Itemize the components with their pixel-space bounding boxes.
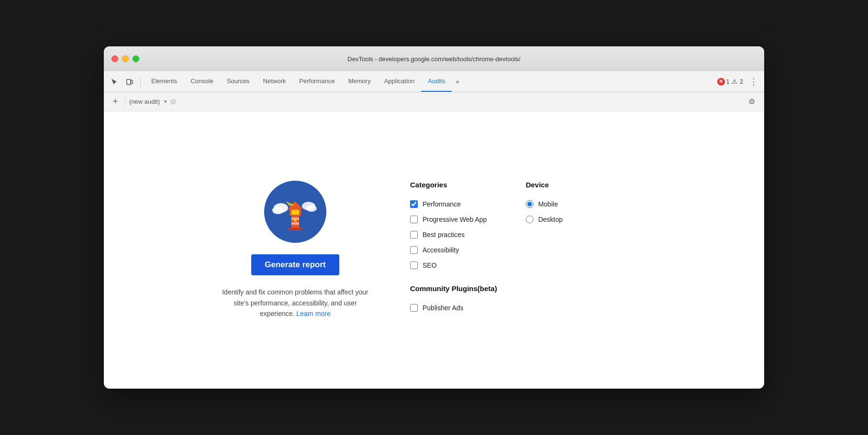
maximize-button[interactable]	[133, 55, 139, 62]
plugin-publisher-ads-label[interactable]: Publisher Ads	[423, 304, 464, 312]
svg-rect-8	[291, 222, 299, 225]
device-mobile-label[interactable]: Mobile	[538, 200, 558, 208]
svg-rect-0	[127, 79, 131, 85]
categories-title: Categories	[410, 181, 497, 189]
category-accessibility-row: Accessibility	[410, 242, 497, 258]
tab-performance[interactable]: Performance	[292, 71, 341, 92]
error-badge: ✕ 1 ⚠ 2	[717, 78, 743, 86]
audit-clear-button[interactable]: ⊘	[167, 96, 178, 108]
device-desktop-radio[interactable]	[526, 216, 534, 223]
tab-sources[interactable]: Sources	[220, 71, 256, 92]
audit-settings-button[interactable]: ⚙	[745, 95, 758, 109]
devtools-toolbar: Elements Console Sources Network Perform…	[104, 71, 764, 92]
category-pwa-row: Progressive Web App	[410, 212, 497, 227]
category-performance-checkbox[interactable]	[410, 200, 418, 208]
category-pwa-label[interactable]: Progressive Web App	[423, 216, 487, 223]
toolbar-icons	[108, 75, 141, 88]
community-title: Community Plugins(beta)	[410, 284, 497, 293]
close-button[interactable]	[111, 55, 118, 62]
left-panel: Generate report Identify and fix common …	[219, 181, 372, 319]
lighthouse-logo	[264, 181, 326, 243]
svg-point-3	[272, 207, 284, 214]
svg-rect-10	[291, 210, 299, 215]
tab-audits[interactable]: Audits	[421, 71, 452, 92]
category-best-practices-label[interactable]: Best practices	[423, 231, 465, 239]
title-bar: DevTools - developers.google.com/web/too…	[104, 46, 764, 71]
audit-bar: + (new audit) ▾ ⊘ ⚙	[104, 92, 764, 111]
cursor-icon[interactable]	[108, 75, 121, 88]
device-title: Device	[526, 181, 563, 189]
categories-section: Categories Performance Progressive Web A…	[410, 181, 497, 315]
tab-network[interactable]: Network	[256, 71, 293, 92]
community-section: Community Plugins(beta) Publisher Ads	[410, 284, 497, 315]
error-icon: ✕	[717, 78, 725, 86]
category-pwa-checkbox[interactable]	[410, 216, 418, 223]
minimize-button[interactable]	[122, 55, 129, 62]
tab-console[interactable]: Console	[184, 71, 220, 92]
device-desktop-label[interactable]: Desktop	[538, 216, 563, 223]
plugin-publisher-ads-row: Publisher Ads	[410, 300, 497, 315]
generate-report-button[interactable]: Generate report	[251, 254, 339, 275]
tab-list: Elements Console Sources Network Perform…	[145, 71, 463, 92]
audit-select-wrapper: (new audit) ▾	[129, 98, 167, 105]
plugin-publisher-ads-checkbox[interactable]	[410, 304, 418, 312]
svg-point-5	[306, 205, 317, 212]
svg-rect-14	[294, 219, 297, 221]
svg-rect-13	[289, 228, 302, 230]
category-seo-checkbox[interactable]	[410, 261, 418, 269]
svg-rect-1	[131, 80, 133, 84]
category-best-practices-row: Best practices	[410, 227, 497, 242]
devtools-menu-button[interactable]: ⋮	[747, 75, 760, 88]
audit-select[interactable]: (new audit)	[129, 98, 162, 105]
window-title: DevTools - developers.google.com/web/too…	[347, 55, 520, 63]
category-seo-label[interactable]: SEO	[423, 261, 437, 269]
category-accessibility-checkbox[interactable]	[410, 246, 418, 254]
device-section: Device Mobile Desktop	[526, 181, 563, 315]
category-performance-row: Performance	[410, 196, 497, 212]
learn-more-link[interactable]: Learn more	[296, 310, 331, 317]
add-audit-button[interactable]: +	[110, 96, 121, 108]
devtools-window: DevTools - developers.google.com/web/too…	[104, 46, 764, 389]
category-accessibility-label[interactable]: Accessibility	[423, 246, 459, 254]
device-toolbar-icon[interactable]	[123, 75, 136, 88]
device-mobile-radio[interactable]	[526, 200, 534, 208]
tab-memory[interactable]: Memory	[342, 71, 378, 92]
device-mobile-row: Mobile	[526, 196, 563, 212]
traffic-lights	[111, 55, 139, 62]
audit-bar-divider	[125, 97, 125, 107]
description-text: Identify and fix common problems that af…	[219, 287, 372, 319]
device-desktop-row: Desktop	[526, 212, 563, 227]
more-tabs-button[interactable]: »	[452, 71, 463, 92]
audits-main: Generate report Identify and fix common …	[219, 181, 649, 319]
toolbar-right: ✕ 1 ⚠ 2 ⋮	[717, 75, 760, 88]
category-performance-label[interactable]: Performance	[423, 200, 461, 208]
category-best-practices-checkbox[interactable]	[410, 231, 418, 239]
right-panel: Categories Performance Progressive Web A…	[410, 181, 649, 315]
warning-icon: ⚠	[731, 78, 738, 86]
tab-application[interactable]: Application	[378, 71, 422, 92]
devtools-content: Generate report Identify and fix common …	[104, 111, 764, 389]
category-seo-row: SEO	[410, 258, 497, 273]
tab-elements[interactable]: Elements	[145, 71, 184, 92]
